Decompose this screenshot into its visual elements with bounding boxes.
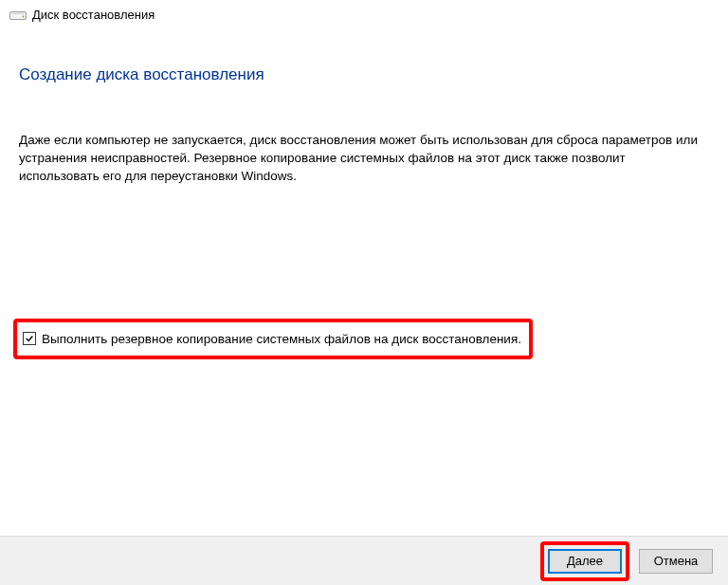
next-button-highlight: Далее	[540, 541, 629, 581]
footer-bar: Далее Отмена	[0, 536, 728, 585]
backup-checkbox-row[interactable]: Выполнить резервное копирование системны…	[23, 332, 521, 346]
next-button[interactable]: Далее	[548, 549, 622, 574]
page-heading: Создание диска восстановления	[19, 65, 707, 84]
backup-checkbox-label: Выполнить резервное копирование системны…	[42, 332, 521, 346]
checkmark-icon	[25, 334, 34, 343]
cancel-button[interactable]: Отмена	[639, 549, 713, 574]
window-header: Диск восстановления	[0, 0, 728, 27]
page-description: Даже если компьютер не запускается, диск…	[19, 132, 707, 186]
svg-rect-0	[10, 11, 27, 19]
backup-checkbox[interactable]	[23, 332, 36, 345]
svg-point-2	[23, 15, 25, 17]
svg-rect-1	[11, 13, 25, 14]
checkbox-highlight: Выполнить резервное копирование системны…	[13, 319, 533, 359]
window-title: Диск восстановления	[32, 8, 155, 22]
content-area: Создание диска восстановления Даже если …	[0, 27, 728, 359]
drive-icon	[9, 9, 27, 22]
